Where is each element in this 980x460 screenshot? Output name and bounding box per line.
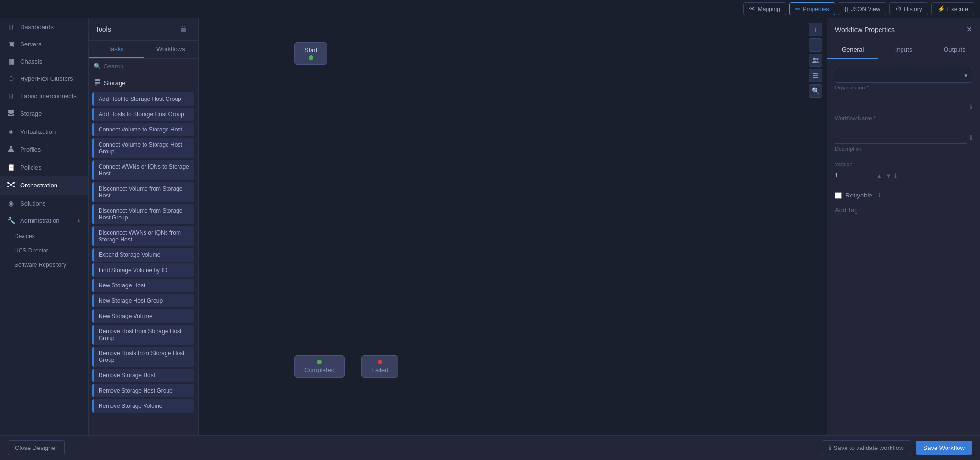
sidebar-item-storage[interactable]: Storage [0, 104, 88, 123]
users-button[interactable] [809, 54, 822, 67]
tab-workflows[interactable]: Workflows [144, 41, 199, 58]
svg-rect-12 [95, 82, 100, 84]
retryable-label: Retryable [846, 192, 872, 199]
info-icon-desc[interactable]: ℹ [970, 134, 972, 141]
task-item[interactable]: Expand Storage Volume [92, 248, 194, 262]
start-dot [309, 55, 313, 60]
organization-select[interactable] [835, 67, 972, 83]
completed-label: Completed [304, 366, 334, 373]
svg-line-10 [11, 185, 14, 186]
list-button[interactable] [809, 69, 822, 82]
task-item[interactable]: New Storage Volume [92, 309, 194, 323]
server-icon: ▣ [7, 40, 15, 48]
delete-icon[interactable]: 🗑 [176, 23, 191, 35]
zoom-in-button[interactable]: + [809, 23, 822, 36]
json-view-button[interactable]: {} JSON View [838, 2, 886, 15]
svg-rect-17 [813, 75, 818, 76]
sidebar-item-solutions[interactable]: ◉ Solutions [0, 195, 88, 212]
failed-node[interactable]: Failed [361, 355, 398, 378]
sidebar-item-fabric[interactable]: ⊟ Fabric Interconnects [0, 87, 88, 104]
svg-rect-18 [813, 77, 818, 78]
topbar: 👁 Mapping ✏ Properties {} JSON View ⏱ Hi… [0, 0, 980, 18]
sidebar-item-servers[interactable]: ▣ Servers [0, 35, 88, 53]
version-input[interactable] [835, 169, 873, 182]
search-canvas-button[interactable]: 🔍 [809, 84, 822, 98]
close-designer-button[interactable]: Close Designer [8, 440, 65, 455]
history-button[interactable]: ⏱ History [889, 2, 928, 15]
sidebar-sub-software-repo[interactable]: Software Repository [0, 258, 88, 272]
save-workflow-button[interactable]: Save Workflow [916, 441, 972, 455]
zoom-out-button[interactable]: − [809, 38, 822, 52]
vm-icon: ◈ [7, 128, 15, 135]
clock-icon: ⏱ [895, 5, 902, 12]
svg-point-15 [816, 58, 818, 60]
minus-icon[interactable]: − [189, 79, 192, 87]
task-item[interactable]: Add Hosts to Storage Host Group [92, 108, 194, 121]
sidebar-sub-ucs-director[interactable]: UCS Director [0, 243, 88, 258]
info-icon-version[interactable]: ℹ [894, 172, 897, 179]
task-item[interactable]: Find Storage Volume by ID [92, 263, 194, 277]
sidebar-item-policies[interactable]: 📋 Policies [0, 159, 88, 176]
sidebar-item-orchestration[interactable]: Orchestration [0, 176, 88, 195]
sidebar-item-virtualization[interactable]: ◈ Virtualization [0, 123, 88, 140]
tools-title: Tools [95, 25, 111, 33]
props-tab-general[interactable]: General [827, 41, 878, 59]
failed-dot [378, 360, 382, 364]
canvas-area[interactable]: + − 🔍 Start Completed Failed [199, 18, 827, 435]
svg-rect-11 [95, 79, 100, 81]
sidebar-item-profiles[interactable]: Profiles [0, 140, 88, 159]
version-label: Version [835, 161, 853, 167]
task-item[interactable]: Disconnect WWNs or IQNs from Storage Hos… [92, 226, 194, 246]
task-list: Add Host to Storage Host GroupAdd Hosts … [89, 92, 198, 413]
task-item[interactable]: Remove Storage Host Group [92, 384, 194, 397]
mapping-button[interactable]: 👁 Mapping [743, 2, 786, 15]
execute-button[interactable]: ⚡ Execute [931, 2, 974, 15]
task-item[interactable]: Remove Hosts from Storage Host Group [92, 347, 194, 367]
bottom-bar: Close Designer ℹ Save to validate workfl… [0, 435, 980, 460]
tools-search-bar: 🔍 [89, 59, 198, 74]
task-item[interactable]: New Storage Host [92, 279, 194, 292]
description-input[interactable] [835, 131, 967, 144]
task-item[interactable]: Remove Storage Host [92, 369, 194, 382]
task-item[interactable]: Disconnect Volume from Storage Host Grou… [92, 204, 194, 224]
version-up-icon[interactable]: ▲ [876, 172, 882, 179]
task-item[interactable]: Remove Host from Storage Host Group [92, 325, 194, 345]
task-item[interactable]: Connect Volume to Storage Host Group [92, 138, 194, 158]
props-tab-outputs[interactable]: Outputs [929, 41, 980, 59]
storage-section-icon [94, 79, 101, 87]
task-item[interactable]: Connect Volume to Storage Host [92, 123, 194, 136]
tab-tasks[interactable]: Tasks [89, 41, 144, 58]
sidebar-item-chassis[interactable]: ▦ Chassis [0, 53, 88, 70]
search-input[interactable] [104, 63, 193, 70]
hyperflex-icon: ⬡ [7, 75, 15, 82]
task-item[interactable]: New Storage Host Group [92, 294, 194, 307]
info-icon-retryable[interactable]: ℹ [878, 192, 880, 199]
sidebar-item-dashboards[interactable]: ⊞ Dashboards [0, 18, 88, 35]
start-node[interactable]: Start [294, 42, 327, 65]
add-tag-label[interactable]: Add Tag [835, 207, 972, 217]
props-tab-inputs[interactable]: Inputs [878, 41, 929, 59]
tools-panel: Tools 🗑 Tasks Workflows 🔍 Storage [89, 18, 199, 435]
task-item[interactable]: Connect WWNs or IQNs to Storage Host [92, 160, 194, 180]
props-close-button[interactable]: ✕ [966, 25, 972, 34]
retryable-checkbox[interactable] [835, 192, 842, 199]
info-icon-name[interactable]: ℹ [970, 103, 972, 110]
storage-icon [7, 109, 15, 118]
sidebar-item-administration[interactable]: 🔧 Administration ▲ [0, 212, 88, 229]
task-item[interactable]: Disconnect Volume from Storage Host [92, 182, 194, 202]
svg-rect-13 [95, 84, 97, 85]
workflow-name-input[interactable] [835, 100, 967, 113]
chevron-up-icon: ▲ [76, 218, 81, 223]
properties-button[interactable]: ✏ Properties [789, 2, 835, 15]
sidebar-sub-devices[interactable]: Devices [0, 229, 88, 243]
task-item[interactable]: Remove Storage Volume [92, 399, 194, 413]
search-icon: 🔍 [93, 63, 101, 70]
completed-node[interactable]: Completed [294, 355, 345, 378]
version-down-icon[interactable]: ▼ [885, 172, 891, 179]
svg-rect-16 [813, 73, 818, 74]
chassis-icon: ▦ [7, 57, 15, 65]
sidebar-item-hyperflex[interactable]: ⬡ HyperFlex Clusters [0, 70, 88, 87]
save-validate-button[interactable]: ℹ Save to validate workflow [822, 440, 911, 455]
task-item[interactable]: Add Host to Storage Host Group [92, 92, 194, 106]
props-title: Workflow Properties [835, 26, 895, 33]
